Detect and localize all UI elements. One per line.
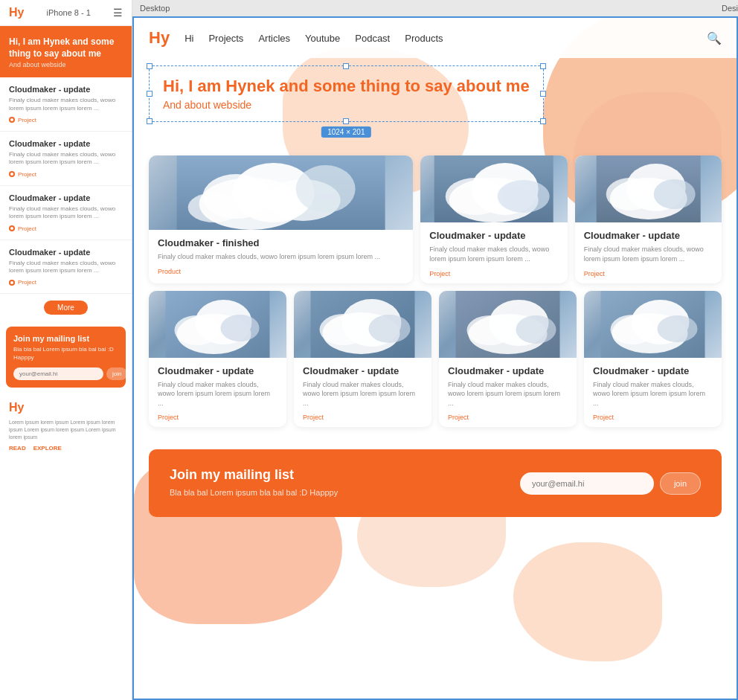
main-area: Desktop Desi Hy Hi Projects Articles You… [132,0,738,700]
handle-tr[interactable] [540,63,546,69]
svg-point-36 [658,315,698,342]
card-4: Cloudmaker - update Finaly cloud maker m… [149,291,286,428]
card-tag-2: Project [429,270,558,277]
card-desc-5: Finaly cloud maker makes clouds, wowo lo… [303,380,423,408]
card-image-2 [420,155,567,222]
card-desc-6: Finaly cloud maker makes clouds, wowo lo… [448,380,568,408]
handle-tl[interactable] [147,63,153,69]
card-3: Cloudmaker - update Finaly cloud maker m… [575,155,722,283]
svg-point-5 [296,165,356,213]
card-tag-7: Project [593,414,713,421]
card-tag-6: Project [448,414,568,421]
svg-point-20 [175,315,219,345]
join-button[interactable]: join [660,472,701,495]
svg-point-31 [516,315,556,344]
card-body-2: Cloudmaker - update Finaly cloud maker m… [420,222,567,283]
handle-rm[interactable] [540,91,546,97]
card-body-4: Cloudmaker - update Finaly cloud maker m… [149,358,286,428]
card-desc-3: Finaly cloud maker makes clouds, wowo lo… [584,245,713,263]
mailing-desc: Bla bla bal Lorem ipsum bla bal bal :D H… [170,487,338,498]
mobile-card-desc: Finaly cloud maker makes clouds, wowo lo… [9,97,123,112]
nav-link-youtube[interactable]: Youtube [305,33,340,44]
mobile-card-tag: Project [9,279,123,286]
card-image-7 [584,291,722,358]
tag-dot [9,280,15,286]
mobile-card-tag: Project [9,117,123,123]
mobile-mailing-title: Join my mailing list [13,334,118,343]
nav-link-projects[interactable]: Projects [208,33,243,44]
mobile-hero: Hi, I am Hynek and some thing to say abo… [0,26,132,77]
mobile-logo: Hy [9,6,24,19]
mobile-card-title: Cloudmaker - update [9,139,123,148]
svg-point-21 [221,315,260,341]
hero-subtext: And about webside [163,99,530,111]
mobile-card-4: Cloudmaker - update Finaly cloud maker m… [0,240,132,295]
nav-link-products[interactable]: Products [405,33,443,44]
card-image-4 [149,291,286,358]
desktop-frame: Hy Hi Projects Articles Youtube Podcast … [132,16,738,700]
mobile-footer-logo: Hy [9,401,123,414]
svg-point-10 [446,178,505,215]
hamburger-icon[interactable]: ☰ [113,7,123,19]
handle-tm[interactable] [343,63,349,69]
tag-dot [9,171,15,177]
mailing-title: Join my mailing list [170,467,338,483]
card-image-3 [575,155,722,222]
card-5: Cloudmaker - update Finaly cloud maker m… [294,291,431,428]
mobile-footer: Hy Lorem ipsum lorem ipsum Lorem ipsum l… [0,394,132,459]
cards-section: Cloudmaker - finished Finaly cloud maker… [134,133,737,442]
card-body-6: Cloudmaker - update Finaly cloud maker m… [439,358,577,428]
mobile-card-tag: Project [9,171,123,178]
handle-bl[interactable] [147,118,153,124]
mobile-hero-heading: Hi, I am Hynek and some thing to say abo… [9,36,123,60]
mobile-card-2: Cloudmaker - update Finaly cloud maker m… [0,132,132,186]
search-icon[interactable]: 🔍 [707,31,722,45]
svg-point-15 [606,178,653,211]
card-title-4: Cloudmaker - update [158,365,277,376]
nav-link-podcast[interactable]: Podcast [355,33,390,44]
svg-point-25 [320,314,368,345]
mobile-card-1: Cloudmaker - update Finaly cloud maker m… [0,77,132,132]
mobile-mailing: Join my mailing list Bla bla bal Lorem i… [6,327,126,388]
card-1: Cloudmaker - finished Finaly cloud maker… [149,155,413,283]
more-button[interactable]: More [44,301,88,315]
mobile-footer-links: READ EXPLORE [9,445,123,452]
handle-bm[interactable] [343,118,349,124]
mobile-join-button[interactable]: join [106,367,127,380]
card-2: Cloudmaker - update Finaly cloud maker m… [420,155,567,283]
handle-br[interactable] [540,118,546,124]
mobile-hero-subtext: And about webside [9,61,123,68]
svg-point-16 [653,179,695,209]
mobile-card-desc: Finaly cloud maker makes clouds, wowo lo… [9,260,123,275]
nav-link-articles[interactable]: Articles [258,33,290,44]
mobile-card-desc: Finaly cloud maker makes clouds, wowo lo… [9,151,123,167]
handle-lm[interactable] [147,91,153,97]
card-6: Cloudmaker - update Finaly cloud maker m… [439,291,577,428]
mobile-email-input[interactable] [13,367,103,380]
card-tag-1: Product [158,268,404,275]
cards-row-2: Cloudmaker - update Finaly cloud maker m… [149,291,722,428]
svg-point-11 [498,180,550,213]
nav-link-hi[interactable]: Hi [184,33,193,44]
more-button-wrap: More [0,294,132,321]
card-desc-4: Finaly cloud maker makes clouds, wowo lo… [158,380,277,408]
card-body-1: Cloudmaker - finished Finaly cloud maker… [149,230,413,281]
mobile-card-tag: Project [9,225,123,232]
footer-explore-link[interactable]: EXPLORE [33,445,62,452]
card-title-5: Cloudmaker - update [303,365,423,376]
nav-links: Hi Projects Articles Youtube Podcast Pro… [184,33,707,44]
card-tag-5: Project [303,414,423,421]
card-image-1 [149,155,413,230]
card-title-6: Cloudmaker - update [448,365,568,376]
card-tag-3: Project [584,270,713,277]
card-title-7: Cloudmaker - update [593,365,713,376]
mailing-text: Join my mailing list Bla bla bal Lorem i… [170,467,338,498]
panel-title: iPhone 8 - 1 [47,8,91,17]
footer-read-link[interactable]: READ [9,445,26,452]
mobile-card-title: Cloudmaker - update [9,193,123,202]
mobile-card-title: Cloudmaker - update [9,85,123,94]
mobile-card-3: Cloudmaker - update Finaly cloud maker m… [0,186,132,240]
cards-row-1: Cloudmaker - finished Finaly cloud maker… [149,155,722,283]
hero-selection-box: Hi, I am Hynek and some thing to say abo… [149,65,544,122]
email-input[interactable] [520,472,654,495]
